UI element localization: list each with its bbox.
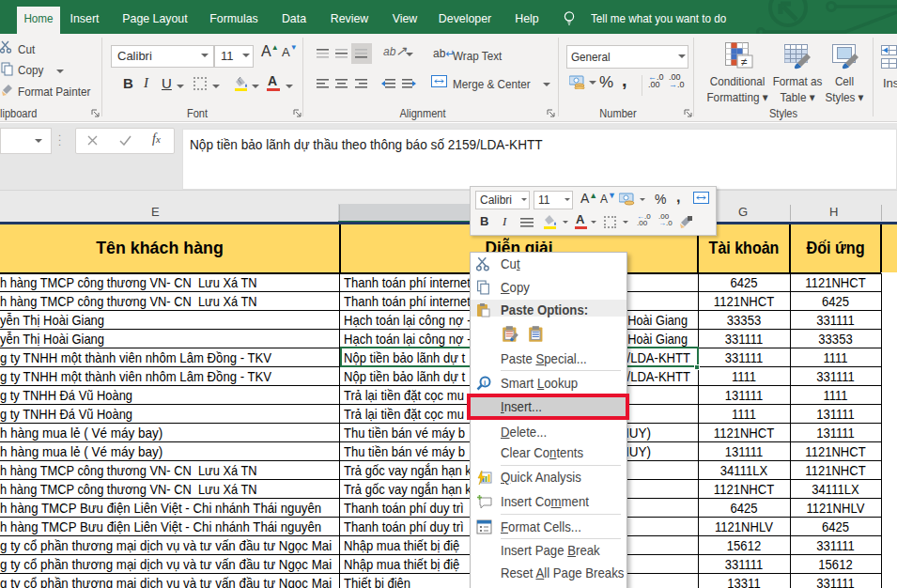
svg-text:i: i (484, 379, 486, 387)
svg-text:≠: ≠ (741, 55, 748, 69)
